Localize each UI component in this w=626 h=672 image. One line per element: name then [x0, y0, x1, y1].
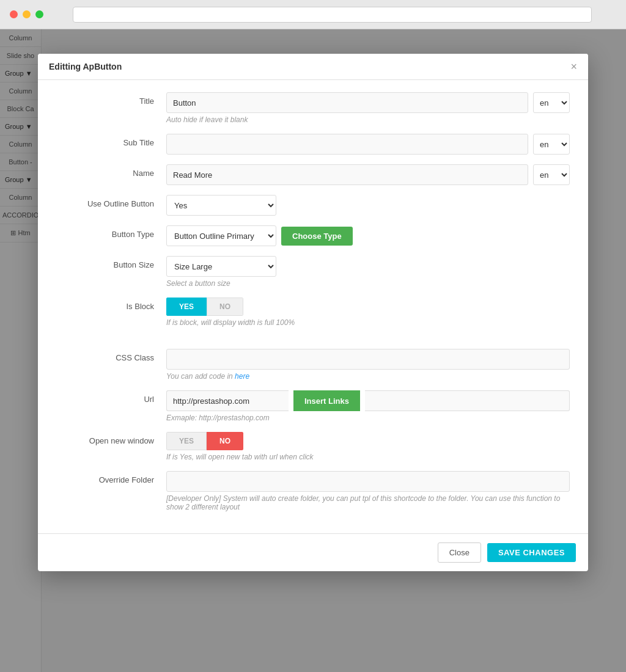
insert-links-button[interactable]: Insert Links	[293, 390, 360, 411]
is-block-controls: YES NO If is block, will display width i…	[166, 298, 570, 327]
use-outline-row: Use Outline Button Yes No	[56, 195, 570, 216]
button-size-controls: Size Large Size Medium Size Small Select…	[166, 256, 570, 288]
traffic-light-green[interactable]	[35, 10, 43, 18]
is-block-label: Is Block	[56, 298, 166, 311]
css-class-controls: You can add code in here	[166, 349, 570, 381]
name-row: Name en	[56, 164, 570, 185]
open-new-window-toggle: YES NO	[166, 432, 243, 450]
is-block-no-button[interactable]: NO	[207, 298, 243, 316]
is-block-row: Is Block YES NO If is block, will displa…	[56, 298, 570, 327]
subtitle-controls: en	[166, 134, 570, 155]
is-block-yes-button[interactable]: YES	[166, 298, 207, 316]
use-outline-select[interactable]: Yes No	[166, 195, 276, 216]
override-folder-row: Override Folder [Developer Only] System …	[56, 471, 570, 511]
open-new-window-no-button[interactable]: NO	[207, 432, 243, 450]
css-class-input[interactable]	[166, 349, 570, 370]
traffic-light-red[interactable]	[10, 10, 18, 18]
button-type-select[interactable]: Button Outline Primary Button Primary Bu…	[166, 225, 276, 246]
open-new-window-hint: If is Yes, will open new tab with url wh…	[166, 453, 570, 461]
open-new-window-yes-button[interactable]: YES	[166, 432, 207, 450]
close-button[interactable]: Close	[438, 542, 481, 563]
button-type-row: Button Type Button Outline Primary Butto…	[56, 225, 570, 246]
name-input[interactable]	[166, 164, 528, 185]
url-hint: Exmaple: http://prestashop.com	[166, 414, 570, 422]
open-new-window-label: Open new window	[56, 432, 166, 445]
override-folder-controls: [Developer Only] System will auto create…	[166, 471, 570, 511]
url-label: Url	[56, 390, 166, 404]
button-size-row: Button Size Size Large Size Medium Size …	[56, 256, 570, 288]
title-controls: en Auto hide if leave it blank	[166, 92, 570, 124]
is-block-toggle: YES NO	[166, 298, 243, 316]
subtitle-lang-select[interactable]: en	[533, 134, 570, 155]
button-type-label: Button Type	[56, 225, 166, 239]
open-new-window-controls: YES NO If is Yes, will open new tab with…	[166, 432, 570, 461]
modal: Editting ApButton × Title en Au	[38, 54, 588, 571]
title-bar	[0, 0, 626, 29]
name-controls: en	[166, 164, 570, 185]
divider1	[56, 337, 570, 349]
css-class-hint-text: You can add code in	[166, 372, 235, 381]
subtitle-input[interactable]	[166, 134, 528, 155]
traffic-light-yellow[interactable]	[23, 10, 31, 18]
override-folder-label: Override Folder	[56, 471, 166, 484]
use-outline-controls: Yes No	[166, 195, 570, 216]
url-input-right[interactable]	[365, 390, 570, 411]
css-class-label: CSS Class	[56, 349, 166, 362]
title-label: Title	[56, 92, 166, 106]
subtitle-label: Sub Title	[56, 134, 166, 147]
override-folder-input[interactable]	[166, 471, 570, 492]
background-content: Column Slide sho Group ▼ Column Block Ca…	[0, 29, 626, 672]
subtitle-row: Sub Title en	[56, 134, 570, 155]
modal-close-button[interactable]: ×	[570, 61, 577, 72]
title-input[interactable]	[166, 92, 528, 113]
open-new-window-row: Open new window YES NO If is Yes, will o…	[56, 432, 570, 461]
modal-footer: Close SAVE CHANGES	[38, 533, 588, 571]
title-hint: Auto hide if leave it blank	[166, 115, 570, 124]
is-block-hint: If is block, will display width is full …	[166, 318, 570, 327]
use-outline-label: Use Outline Button	[56, 195, 166, 208]
override-folder-hint: [Developer Only] System will auto create…	[166, 494, 570, 511]
title-row: Title en Auto hide if leave it blank	[56, 92, 570, 124]
modal-body: Title en Auto hide if leave it blank Sub	[38, 80, 588, 533]
modal-header: Editting ApButton ×	[38, 54, 588, 80]
modal-title: Editting ApButton	[49, 62, 122, 71]
url-row: Url Insert Links Exmaple: http://prestas…	[56, 390, 570, 422]
save-changes-button[interactable]: SAVE CHANGES	[487, 543, 576, 562]
modal-overlay: Editting ApButton × Title en Au	[0, 29, 626, 672]
title-lang-select[interactable]: en	[533, 92, 570, 113]
button-size-select[interactable]: Size Large Size Medium Size Small	[166, 256, 276, 277]
css-class-hint: You can add code in here	[166, 372, 570, 381]
button-size-hint: Select a button size	[166, 279, 570, 288]
button-size-label: Button Size	[56, 256, 166, 269]
css-class-hint-link[interactable]: here	[235, 372, 249, 381]
choose-type-button[interactable]: Choose Type	[281, 227, 353, 246]
url-input[interactable]	[166, 390, 289, 411]
address-bar	[73, 7, 592, 23]
url-controls: Insert Links Exmaple: http://prestashop.…	[166, 390, 570, 422]
name-lang-select[interactable]: en	[533, 164, 570, 185]
name-label: Name	[56, 164, 166, 178]
css-class-row: CSS Class You can add code in here	[56, 349, 570, 381]
button-type-controls: Button Outline Primary Button Primary Bu…	[166, 225, 570, 246]
